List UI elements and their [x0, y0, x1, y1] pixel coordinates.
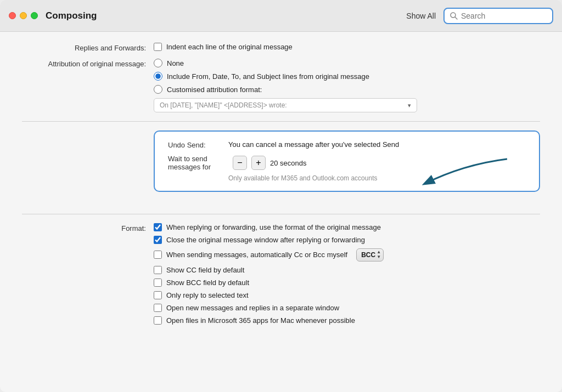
- undo-send-box: Undo Send: You can cancel a message afte…: [154, 130, 540, 192]
- reply-format-option[interactable]: When replying or forwarding, use the for…: [154, 223, 540, 231]
- open-m365-label: Open files in Microsoft 365 apps for Mac…: [166, 316, 355, 325]
- search-icon: [450, 12, 458, 20]
- attribution-row: Attribution of original message: None In…: [22, 59, 540, 112]
- attribution-label: Attribution of original message:: [22, 59, 154, 68]
- maximize-button[interactable]: [31, 12, 38, 19]
- attribution-none-radio[interactable]: [154, 59, 162, 67]
- wait-row: Wait to send messages for − + 20 seconds: [168, 155, 526, 171]
- increment-button[interactable]: +: [251, 156, 266, 170]
- attribution-include-option[interactable]: Include From, Date, To, and Subject line…: [154, 72, 540, 81]
- attribution-dropdown-text: On [DATE], "[NAME]" <[ADDRESS]> wrote:: [160, 101, 287, 109]
- reply-selected-checkbox[interactable]: [154, 291, 162, 299]
- undo-send-description: You can cancel a message after you've se…: [228, 140, 399, 149]
- open-separate-checkbox[interactable]: [154, 304, 162, 312]
- reply-selected-option[interactable]: Only reply to selected text: [154, 291, 540, 299]
- attribution-none-label: None: [167, 59, 184, 67]
- attribution-controls: None Include From, Date, To, and Subject…: [154, 59, 540, 112]
- indent-option[interactable]: Indent each line of the original message: [154, 43, 540, 51]
- open-separate-label: Open new messages and replies in a separ…: [166, 304, 339, 312]
- format-row: Format: When replying or forwarding, use…: [22, 223, 540, 325]
- search-bar: [443, 8, 553, 24]
- show-all-button[interactable]: Show All: [406, 12, 436, 20]
- attribution-custom-radio[interactable]: [154, 85, 162, 94]
- svg-line-1: [455, 17, 457, 19]
- bcc-select[interactable]: BCC ▲ ▼: [356, 248, 384, 262]
- replies-forwards-label: Replies and Forwards:: [22, 43, 154, 52]
- reply-selected-label: Only reply to selected text: [166, 291, 249, 299]
- content-area: Replies and Forwards: Indent each line o…: [0, 32, 562, 392]
- open-separate-option[interactable]: Open new messages and replies in a separ…: [154, 304, 540, 312]
- close-window-checkbox[interactable]: [154, 236, 162, 244]
- attribution-custom-option[interactable]: Customised attribution format:: [154, 85, 540, 94]
- indent-label: Indent each line of the original message: [166, 43, 293, 51]
- auto-cc-bcc-checkbox[interactable]: [154, 251, 162, 259]
- window-title: Composing: [46, 10, 406, 21]
- search-input[interactable]: [461, 12, 547, 20]
- attribution-include-label: Include From, Date, To, and Subject line…: [167, 72, 369, 81]
- traffic-lights: [9, 12, 38, 19]
- close-button[interactable]: [9, 12, 16, 19]
- main-window: Composing Show All Replies and Forwards:…: [0, 0, 562, 392]
- auto-cc-bcc-option[interactable]: When sending messages, automatically Cc …: [154, 248, 540, 262]
- attribution-dropdown[interactable]: On [DATE], "[NAME]" <[ADDRESS]> wrote: ▾: [154, 98, 417, 112]
- minimize-button[interactable]: [20, 12, 27, 19]
- replies-forwards-row: Replies and Forwards: Indent each line o…: [22, 43, 540, 52]
- titlebar: Composing Show All: [0, 0, 562, 32]
- wait-label: Wait to send messages for: [168, 155, 228, 171]
- open-m365-option[interactable]: Open files in Microsoft 365 apps for Mac…: [154, 316, 540, 325]
- show-cc-checkbox[interactable]: [154, 266, 162, 274]
- seconds-value: 20 seconds: [270, 159, 307, 167]
- close-window-option[interactable]: Close the original message window after …: [154, 236, 540, 244]
- show-bcc-checkbox[interactable]: [154, 279, 162, 287]
- auto-cc-bcc-label: When sending messages, automatically Cc …: [166, 251, 347, 259]
- format-label: Format:: [22, 223, 154, 232]
- show-bcc-option[interactable]: Show BCC field by default: [154, 279, 540, 287]
- show-cc-option[interactable]: Show CC field by default: [154, 266, 540, 274]
- undo-send-description-row: Undo Send: You can cancel a message afte…: [168, 140, 526, 149]
- attribution-include-radio[interactable]: [154, 72, 162, 81]
- attribution-custom-label: Customised attribution format:: [167, 86, 262, 94]
- reply-format-checkbox[interactable]: [154, 223, 162, 231]
- attribution-none-option[interactable]: None: [154, 59, 540, 67]
- dropdown-arrow-icon: ▾: [408, 102, 411, 109]
- show-bcc-label: Show BCC field by default: [166, 279, 249, 287]
- close-window-label: Close the original message window after …: [166, 236, 365, 244]
- undo-send-label: Undo Send:: [168, 140, 228, 149]
- separator-2: [22, 214, 540, 214]
- indent-checkbox[interactable]: [154, 43, 162, 51]
- format-controls: When replying or forwarding, use the for…: [154, 223, 540, 325]
- replies-forwards-controls: Indent each line of the original message: [154, 43, 540, 51]
- decrement-button[interactable]: −: [233, 156, 247, 170]
- open-m365-checkbox[interactable]: [154, 316, 162, 325]
- bcc-label: BCC: [361, 251, 375, 259]
- undo-note: Only available for M365 and Outlook.com …: [228, 174, 526, 182]
- bcc-stepper-arrows: ▲ ▼: [376, 250, 381, 260]
- show-cc-label: Show CC field by default: [166, 266, 244, 274]
- reply-format-label: When replying or forwarding, use the for…: [166, 223, 381, 231]
- separator-1: [22, 121, 540, 122]
